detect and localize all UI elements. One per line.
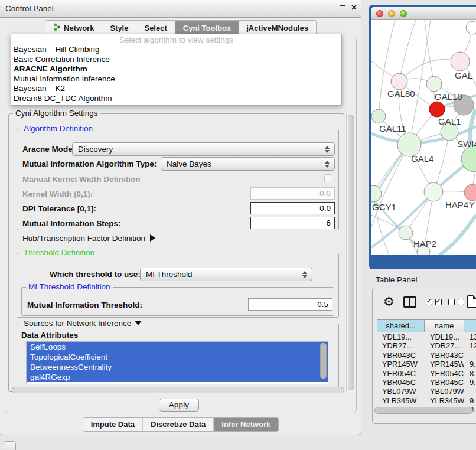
deselect-all-icon[interactable] (448, 299, 464, 305)
column-header-A[interactable]: A (464, 319, 476, 332)
attribute-item[interactable]: SelfLoops (27, 342, 328, 352)
algorithm-option[interactable]: Basic Correlation Inference (11, 55, 341, 65)
table-row[interactable]: YBR045CYBR045C9. (377, 378, 476, 387)
which-threshold-label: Which threshold to use: (50, 270, 141, 279)
table-row[interactable]: YDR27...YDR27...12 (377, 341, 476, 350)
which-threshold-select[interactable]: MI Threshold (140, 268, 312, 281)
dpi-tolerance-input[interactable]: 0.0 (250, 202, 335, 214)
node-label-GCY1: GCY1 (372, 202, 396, 212)
group-title: MI Threshold Definition (26, 282, 113, 291)
table-cell: YLR345W (425, 396, 464, 405)
close-icon[interactable]: × (351, 2, 357, 13)
node-label-SWI4: SWI4 (457, 139, 476, 149)
table-cell: 12 (464, 341, 476, 350)
mi-threshold-input[interactable]: 0.5 (248, 298, 332, 311)
column-header-name[interactable]: name (425, 319, 464, 332)
tab-label: Style (110, 24, 128, 32)
network-node-GAL80[interactable] (391, 73, 407, 90)
attributes-list-scrollbar[interactable] (320, 343, 327, 379)
network-node-GAL[interactable] (451, 52, 470, 71)
manual-kernel-checkbox[interactable] (324, 174, 332, 182)
network-node-GAL4[interactable] (397, 133, 421, 156)
table-body: YDL19...YDL19...13YDR27...YDR27...12YBR0… (377, 332, 476, 415)
node-label-GAL4: GAL4 (411, 154, 433, 164)
close-traffic-light[interactable] (376, 10, 383, 17)
table-panel-title: Table Panel (376, 275, 418, 284)
gear-icon[interactable]: ⚙ (383, 295, 395, 309)
tab-discretize-data[interactable]: Discretize Data (143, 418, 214, 431)
node-label-GAL: GAL (455, 70, 472, 80)
table-cell: YDL19... (377, 332, 425, 341)
network-edge[interactable] (371, 145, 409, 227)
table-cell: 9. (464, 360, 476, 369)
node-label-GAL1: GAL1 (438, 116, 461, 126)
table-cell: YER054C (377, 369, 425, 378)
network-node-GAL1[interactable] (429, 102, 445, 117)
table-row[interactable]: YBL079WYBL079W (377, 387, 476, 396)
node-label-HAP4: HAP4 (445, 200, 468, 210)
horizontal-scrollbar[interactable] (12, 387, 344, 393)
settings-scrollbar-track[interactable] (346, 113, 355, 392)
tab-label: Network (64, 24, 94, 32)
algorithm-option[interactable]: Bayesian – Hill Climbing (11, 45, 341, 55)
table-cell: YDR27... (377, 341, 425, 350)
table-row[interactable]: YDL19...YDL19...13 (377, 332, 476, 341)
network-node-GAL10[interactable] (426, 76, 442, 92)
network-edge[interactable] (439, 215, 476, 255)
algorithm-option[interactable]: ARACNE Algorithm (11, 64, 341, 74)
table-row[interactable]: YPR145WYPR145W9. (377, 360, 476, 369)
settings-scrollbar-thumb[interactable] (348, 115, 354, 390)
apply-button[interactable]: Apply (159, 399, 199, 412)
panel-title: Control Panel (5, 4, 54, 13)
kernel-width-input[interactable]: 0.0 (250, 187, 335, 200)
split-columns-icon[interactable] (403, 296, 416, 308)
hub-definition-toggle[interactable]: Hub/Transcription Factor Definition (22, 234, 155, 243)
tab-label: Impute Data (91, 420, 135, 429)
network-view-window: GALGAL80GAL10GAL1SWI4GAL11GAL4GCY1HAP4YH… (369, 5, 476, 269)
data-attributes-list[interactable]: SelfLoopsTopologicalCoefficientBetweenne… (26, 341, 328, 384)
table-cell: 8. (464, 369, 476, 378)
kernel-width-label: Kernel Width (0,1): (22, 190, 93, 198)
network-node[interactable] (466, 21, 476, 34)
collapsed-panel-icon[interactable] (4, 441, 16, 450)
hub-definition-label: Hub/Transcription Factor Definition (22, 234, 145, 243)
table-row[interactable]: YER054CYER054C8. (377, 369, 476, 378)
select-all-icon[interactable] (426, 299, 442, 305)
stepper-arrows-icon (322, 146, 332, 153)
tab-infer-network[interactable]: Infer Network (214, 418, 278, 431)
attribute-item[interactable]: gal4RGexp (27, 372, 328, 382)
network-node-HAP4[interactable] (424, 182, 443, 201)
algorithm-option[interactable]: Dream8 DC_TDC Algorithm (11, 94, 341, 104)
aracne-mode-value: Discovery (78, 145, 322, 154)
bottom-tab-bar: Impute DataDiscretize DataInfer Network (0, 417, 361, 432)
network-graph[interactable]: GALGAL80GAL10GAL1SWI4GAL11GAL4GCY1HAP4YH… (371, 20, 476, 255)
network-node-Y[interactable] (464, 184, 476, 201)
float-window-icon[interactable] (340, 5, 345, 11)
network-node-GAL11[interactable] (371, 109, 386, 123)
aracne-mode-select[interactable]: Discovery (72, 142, 335, 156)
attribute-item[interactable]: TopologicalCoefficient (27, 352, 328, 362)
zoom-traffic-light[interactable] (400, 10, 407, 17)
algorithm-option[interactable]: Bayesian – K2 (11, 84, 341, 94)
attribute-item[interactable]: BetweennessCentrality (27, 362, 328, 372)
network-edge[interactable] (399, 20, 416, 81)
tab-impute-data[interactable]: Impute Data (83, 418, 143, 431)
mi-algorithm-type-select[interactable]: Naive Bayes (161, 157, 335, 171)
dpi-tolerance-label: DPI Tolerance [0,1]: (22, 204, 96, 213)
table-row[interactable]: YBR043CYBR043C (377, 351, 476, 360)
table-horizontal-scrollbar[interactable] (374, 407, 473, 414)
sources-toggle[interactable]: Sources for Network Inference (21, 319, 144, 328)
table-row[interactable]: YLR345WYLR345W9. (377, 396, 476, 405)
network-node-HAP2[interactable] (399, 226, 413, 240)
node-label-Y: Y (469, 200, 475, 210)
table-cell: YPR145W (425, 360, 464, 369)
network-canvas[interactable]: GALGAL80GAL10GAL1SWI4GAL11GAL4GCY1HAP4YH… (371, 20, 476, 255)
new-table-icon[interactable] (467, 295, 476, 308)
algorithm-option[interactable]: Mutual Information Inference (11, 74, 341, 84)
minimize-traffic-light[interactable] (388, 10, 395, 17)
network-window-titlebar[interactable] (371, 7, 476, 20)
table-cell (464, 387, 476, 396)
mi-steps-input[interactable]: 6 (250, 217, 335, 229)
table-cell: 9. (464, 396, 476, 405)
column-header-shared[interactable]: shared... (377, 319, 425, 332)
